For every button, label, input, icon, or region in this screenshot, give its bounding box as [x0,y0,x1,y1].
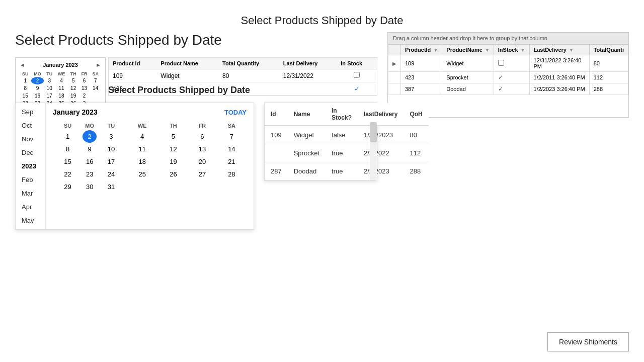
cal-day[interactable]: 23 [83,168,97,180]
year-list-oct[interactable]: Oct [16,119,45,132]
today-button[interactable]: TODAY [224,109,247,116]
mini-col-total-qty: Total Quantity [218,58,279,69]
grid-table-row: 387Doodad ✓ 1/2/2023 3:26:40 PM288 [388,83,628,95]
cal-day[interactable]: 20 [188,155,217,168]
year-list-may[interactable]: May [16,214,45,227]
cal-day-selected[interactable]: 2 [83,130,97,143]
cal-day[interactable]: 13 [188,143,217,155]
cal-day[interactable]: 16 [83,155,97,168]
grid-col-instock[interactable]: InStock ▼ [494,45,529,55]
grid-check-icon: ✓ [498,85,503,93]
cal-day[interactable]: 3 [97,130,126,143]
cal-day[interactable]: 22 [53,168,83,180]
mini-col-product-id: Product Id [109,58,156,69]
cal-day[interactable]: 28 [217,168,247,180]
mini-col-in-stock: In Stock [337,58,377,69]
big-col-lastdelivery: lastDelivery [358,103,404,126]
review-shipments-button[interactable]: Review Shipments [547,332,629,351]
scrollbar-track[interactable] [370,122,377,180]
cal-day[interactable]: 15 [53,155,83,168]
left-panel-title: Select Products Shipped by Date [15,32,377,48]
scrollbar-thumb[interactable] [370,122,377,142]
cal-day[interactable]: 17 [97,155,126,168]
grid-expand-icon[interactable]: ▶ [392,61,396,66]
grid-col-totalquanti[interactable]: TotalQuanti [589,45,628,55]
cal-day[interactable]: 14 [217,143,247,155]
mini-col-last-delivery: Last Delivery [279,58,337,69]
year-list-mar[interactable]: Mar [16,187,45,200]
cal-day[interactable]: 4 [126,130,159,143]
cal-day[interactable]: 1 [53,130,83,143]
big-table-row: 109Widgetfalse1/31/202380 [265,126,429,144]
year-list-apr[interactable]: Apr [16,200,45,214]
cal-day[interactable]: 6 [188,130,217,143]
mini-cal-next-arrow[interactable]: ► [96,62,101,68]
cal-day[interactable]: 24 [97,168,126,180]
grid-col-lastdelivery[interactable]: LastDelivery ▼ [529,45,589,55]
cal-day[interactable]: 9 [83,143,97,155]
big-date-picker: Sep Oct Nov Dec 2023 Feb Mar Apr May Jan… [15,103,254,230]
cal-day[interactable]: 7 [217,130,247,143]
mini-table-row: 109Widget8012/31/2022 [109,69,377,82]
cal-day[interactable]: 29 [53,180,83,193]
cal-day[interactable]: 18 [126,155,159,168]
cal-day[interactable]: 12 [159,143,188,155]
cal-day[interactable]: 21 [217,155,247,168]
year-list-nov[interactable]: Nov [16,132,45,146]
page-top-title: Select Products Shipped by Date [0,0,644,27]
mini-cal-month-year: January 2023 [43,62,78,68]
mini-instock-checkbox-1[interactable] [354,72,360,78]
grid-table-row: ▶ 109Widget 12/31/2022 3:26:40 PM80 [388,55,628,72]
mini-col-product-name: Product Name [156,58,218,69]
year-list-dec[interactable]: Dec [16,146,45,159]
year-list-feb[interactable]: Feb [16,173,45,187]
grid-col-productname[interactable]: ProductName ▼ [442,45,494,55]
big-col-name: Name [288,103,326,126]
big-col-id: Id [265,103,288,126]
cal-day[interactable]: 25 [126,168,159,180]
year-month-list[interactable]: Sep Oct Nov Dec 2023 Feb Mar Apr May [16,103,46,229]
cal-day[interactable]: 31 [97,180,126,193]
big-table-row: 287Doodadtrue2/2/2023288 [265,162,429,180]
big-cal-month-year: January 2023 [53,108,98,116]
cal-day[interactable]: 8 [53,143,83,155]
big-table-row: Sprockettrue2/2/2022112 [265,144,429,162]
year-list-sep[interactable]: Sep [16,105,45,119]
big-col-qoh: QoH [404,103,428,126]
grid-drag-hint: Drag a column header and drop it here to… [388,33,628,44]
big-product-table: Id Name In Stock? lastDelivery QoH 109Wi… [264,103,377,180]
cal-day[interactable]: 27 [188,168,217,180]
cal-day[interactable]: 26 [159,168,188,180]
cal-day[interactable]: 30 [83,180,97,193]
cal-day[interactable]: 11 [126,143,159,155]
cal-day[interactable]: 5 [159,130,188,143]
mini-cal-prev-arrow[interactable]: ◄ [20,62,25,68]
cal-day[interactable]: 10 [97,143,126,155]
grid-table-row: 423Sprocket ✓ 1/2/2011 3:26:40 PM112 [388,72,628,83]
cal-day[interactable]: 19 [159,155,188,168]
year-list-2023[interactable]: 2023 [16,159,45,173]
grid-col-productid[interactable]: ProductId ▼ [401,45,442,55]
grid-expand-col [388,45,401,55]
big-col-instock: In Stock? [326,103,358,126]
grid-check-icon: ✓ [498,74,503,81]
grid-instock-checkbox-1[interactable] [498,60,504,66]
big-section-title: Select Products Shipped by Date [108,85,250,96]
